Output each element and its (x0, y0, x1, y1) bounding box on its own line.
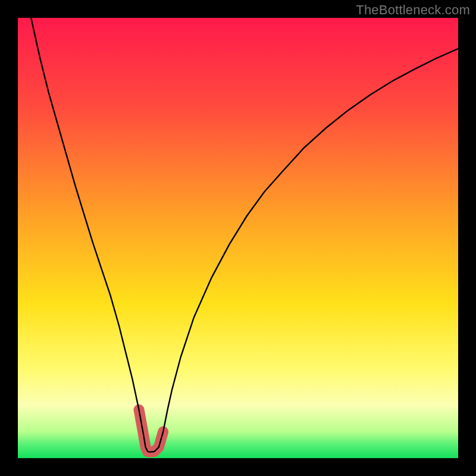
plot-area (18, 18, 458, 458)
watermark-label: TheBottleneck.com (356, 2, 470, 18)
bottleneck-curve (31, 18, 458, 452)
curve-layer (18, 18, 458, 458)
chart-root: TheBottleneck.com (0, 0, 476, 476)
